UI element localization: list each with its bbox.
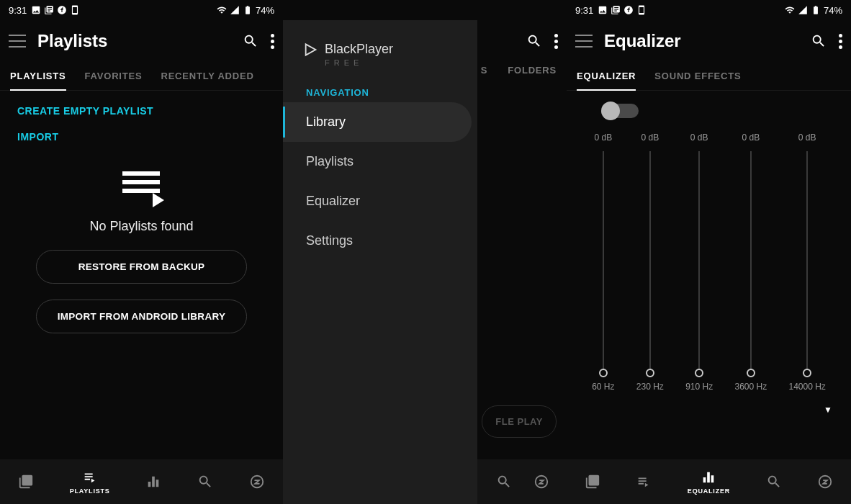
nav-search[interactable]	[766, 474, 782, 490]
search-icon[interactable]	[526, 32, 543, 50]
nav-sleep[interactable]	[533, 474, 549, 490]
tab-recently-added[interactable]: RECENTLY ADDED	[161, 62, 253, 90]
drawer-item-equalizer[interactable]: Equalizer	[283, 181, 477, 221]
battery-percent: 74%	[824, 5, 842, 16]
nav-playlists-label: PLAYLISTS	[70, 487, 110, 495]
navigation-drawer: BlackPlayer FREE NAVIGATION Library Play…	[283, 20, 477, 504]
equalizer-content: 0 dB 60 Hz 0 dB 230 Hz 0 dB 910 Hz 0 dB …	[567, 91, 851, 504]
nav-equalizer[interactable]	[145, 474, 161, 490]
drawer-header: BlackPlayer FREE	[283, 20, 477, 81]
nav-library[interactable]	[585, 474, 600, 490]
band-60hz: 0 dB 60 Hz	[592, 132, 614, 392]
drawer-title: BlackPlayer	[325, 42, 393, 57]
band-3600hz: 0 dB 3600 Hz	[734, 132, 767, 392]
nav-sleep[interactable]	[249, 474, 265, 490]
slider-thumb[interactable]	[803, 369, 811, 377]
page-title: Playlists	[37, 31, 230, 51]
tabs-playlists: PLAYLISTS FAVORITES RECENTLY ADDED	[0, 62, 283, 91]
playlist-empty-icon	[120, 171, 164, 206]
db-label: 0 dB	[690, 132, 708, 143]
device-icon	[636, 5, 647, 15]
status-bar: 9:31 74%	[0, 0, 283, 20]
import-from-android-library-button[interactable]: IMPORT FROM ANDROID LIBRARY	[36, 300, 247, 333]
band-14000hz: 0 dB 14000 Hz	[788, 132, 825, 392]
app-bar: Playlists	[0, 20, 283, 62]
nav-library[interactable]	[18, 474, 34, 490]
overflow-icon[interactable]	[271, 34, 274, 49]
playlists-content: CREATE EMPTY PLAYLIST IMPORT No Playlist…	[0, 91, 283, 504]
tab-playlists[interactable]: PLAYLISTS	[10, 62, 66, 90]
app-bar: Equalizer	[567, 20, 851, 62]
status-notif-icons	[31, 5, 80, 15]
tab-equalizer[interactable]: EQUALIZER	[577, 62, 636, 90]
image-icon	[31, 5, 41, 15]
battery-icon	[811, 5, 821, 15]
facebook-icon	[623, 5, 634, 15]
empty-state: No Playlists found RESTORE FROM BACKUP I…	[0, 171, 283, 333]
nav-search[interactable]	[496, 474, 512, 490]
battery-percent: 74%	[256, 5, 274, 16]
slider-thumb[interactable]	[646, 369, 654, 377]
hz-label: 230 Hz	[636, 382, 664, 392]
slider-thumb[interactable]	[599, 369, 608, 377]
slider-track[interactable]	[649, 151, 651, 373]
nav-equalizer[interactable]: EQUALIZER	[688, 469, 730, 495]
restore-from-backup-button[interactable]: RESTORE FROM BACKUP	[36, 250, 247, 284]
chevron-down-icon[interactable]: ▼	[567, 392, 851, 415]
overflow-icon[interactable]	[554, 34, 558, 49]
db-label: 0 dB	[594, 132, 612, 143]
screen-drawer: 9:31 74% S FOLDERS FLE PLAY	[283, 0, 567, 504]
drawer-item-playlists[interactable]: Playlists	[283, 142, 477, 181]
equalizer-toggle[interactable]	[603, 104, 639, 118]
screen-equalizer: 9:31 74% Equalizer EQUALIZER SOUND EFFEC…	[567, 0, 851, 504]
image-icon	[598, 5, 608, 15]
hamburger-icon[interactable]	[575, 35, 593, 48]
nav-sleep[interactable]	[817, 474, 833, 490]
slider-track[interactable]	[603, 151, 604, 373]
tab-favorites[interactable]: FAVORITES	[85, 62, 143, 90]
slider-thumb[interactable]	[695, 369, 703, 377]
search-icon[interactable]	[810, 32, 827, 50]
empty-text: No Playlists found	[0, 219, 283, 234]
bottom-nav: EQUALIZER	[567, 459, 851, 504]
nav-search[interactable]	[197, 474, 213, 490]
drawer-item-settings[interactable]: Settings	[283, 221, 477, 261]
facebook-icon	[57, 5, 67, 15]
slider-track[interactable]	[750, 151, 752, 373]
page-title: Equalizer	[604, 31, 798, 51]
hz-label: 910 Hz	[685, 382, 713, 392]
wifi-icon	[785, 5, 795, 15]
tab-folders[interactable]: FOLDERS	[508, 65, 557, 76]
band-910hz: 0 dB 910 Hz	[685, 132, 713, 392]
import-link[interactable]: IMPORT	[17, 124, 266, 150]
signal-icon	[230, 5, 240, 15]
slider-track[interactable]	[698, 151, 700, 373]
drawer-item-library[interactable]: Library	[283, 102, 472, 142]
shuffle-play-button-partial[interactable]: FLE PLAY	[482, 405, 557, 438]
db-label: 0 dB	[742, 132, 760, 143]
hz-label: 60 Hz	[592, 382, 614, 392]
signal-icon	[798, 5, 808, 15]
db-label: 0 dB	[798, 132, 816, 143]
slider-thumb[interactable]	[747, 369, 755, 377]
news-icon	[44, 5, 54, 15]
hz-label: 3600 Hz	[734, 382, 767, 392]
slider-track[interactable]	[806, 151, 808, 373]
status-time: 9:31	[575, 5, 593, 16]
tab-sound-effects[interactable]: SOUND EFFECTS	[654, 62, 741, 90]
tab-s-partial: S	[481, 65, 487, 76]
status-time: 9:31	[9, 5, 27, 16]
create-empty-playlist-link[interactable]: CREATE EMPTY PLAYLIST	[17, 98, 266, 124]
screen-playlists: 9:31 74% Playlists PLAYLISTS FAVORITES R…	[0, 0, 283, 504]
hamburger-icon[interactable]	[9, 35, 26, 48]
band-230hz: 0 dB 230 Hz	[636, 132, 664, 392]
behind-tabs: S FOLDERS	[481, 65, 557, 76]
search-icon[interactable]	[242, 32, 259, 50]
device-icon	[70, 5, 80, 15]
overflow-icon[interactable]	[839, 34, 842, 49]
nav-playlists[interactable]	[636, 474, 652, 490]
nav-playlists[interactable]: PLAYLISTS	[70, 469, 110, 495]
tabs-equalizer: EQUALIZER SOUND EFFECTS	[567, 62, 851, 91]
drawer-section-label: NAVIGATION	[283, 81, 477, 102]
battery-icon	[243, 5, 253, 15]
